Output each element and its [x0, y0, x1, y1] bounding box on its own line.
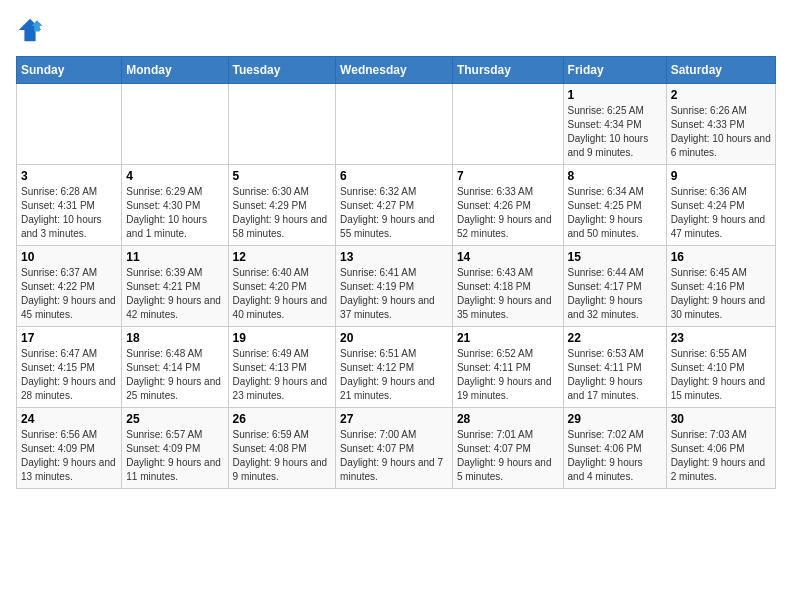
- calendar-cell: 25Sunrise: 6:57 AM Sunset: 4:09 PM Dayli…: [122, 408, 228, 489]
- day-info: Sunrise: 6:37 AM Sunset: 4:22 PM Dayligh…: [21, 266, 117, 322]
- calendar-cell: 14Sunrise: 6:43 AM Sunset: 4:18 PM Dayli…: [452, 246, 563, 327]
- day-info: Sunrise: 7:02 AM Sunset: 4:06 PM Dayligh…: [568, 428, 662, 484]
- day-number: 14: [457, 250, 559, 264]
- calendar-cell: 26Sunrise: 6:59 AM Sunset: 4:08 PM Dayli…: [228, 408, 336, 489]
- day-info: Sunrise: 6:39 AM Sunset: 4:21 PM Dayligh…: [126, 266, 223, 322]
- calendar-cell: 4Sunrise: 6:29 AM Sunset: 4:30 PM Daylig…: [122, 165, 228, 246]
- calendar-table: SundayMondayTuesdayWednesdayThursdayFrid…: [16, 56, 776, 489]
- day-number: 22: [568, 331, 662, 345]
- weekday-header-thursday: Thursday: [452, 57, 563, 84]
- calendar-cell: [336, 84, 453, 165]
- day-number: 18: [126, 331, 223, 345]
- calendar-cell: 3Sunrise: 6:28 AM Sunset: 4:31 PM Daylig…: [17, 165, 122, 246]
- day-number: 24: [21, 412, 117, 426]
- day-info: Sunrise: 6:56 AM Sunset: 4:09 PM Dayligh…: [21, 428, 117, 484]
- calendar-cell: 1Sunrise: 6:25 AM Sunset: 4:34 PM Daylig…: [563, 84, 666, 165]
- day-info: Sunrise: 6:41 AM Sunset: 4:19 PM Dayligh…: [340, 266, 448, 322]
- day-number: 6: [340, 169, 448, 183]
- day-info: Sunrise: 6:51 AM Sunset: 4:12 PM Dayligh…: [340, 347, 448, 403]
- day-number: 12: [233, 250, 332, 264]
- day-info: Sunrise: 6:49 AM Sunset: 4:13 PM Dayligh…: [233, 347, 332, 403]
- day-number: 16: [671, 250, 771, 264]
- calendar-cell: 9Sunrise: 6:36 AM Sunset: 4:24 PM Daylig…: [666, 165, 775, 246]
- calendar-cell: 22Sunrise: 6:53 AM Sunset: 4:11 PM Dayli…: [563, 327, 666, 408]
- day-info: Sunrise: 6:34 AM Sunset: 4:25 PM Dayligh…: [568, 185, 662, 241]
- calendar-cell: 2Sunrise: 6:26 AM Sunset: 4:33 PM Daylig…: [666, 84, 775, 165]
- calendar-cell: [452, 84, 563, 165]
- calendar-cell: 5Sunrise: 6:30 AM Sunset: 4:29 PM Daylig…: [228, 165, 336, 246]
- day-number: 25: [126, 412, 223, 426]
- day-number: 27: [340, 412, 448, 426]
- calendar-cell: 24Sunrise: 6:56 AM Sunset: 4:09 PM Dayli…: [17, 408, 122, 489]
- calendar-cell: 18Sunrise: 6:48 AM Sunset: 4:14 PM Dayli…: [122, 327, 228, 408]
- day-info: Sunrise: 6:28 AM Sunset: 4:31 PM Dayligh…: [21, 185, 117, 241]
- weekday-header-saturday: Saturday: [666, 57, 775, 84]
- weekday-header-sunday: Sunday: [17, 57, 122, 84]
- page-header: [16, 16, 776, 44]
- weekday-header-wednesday: Wednesday: [336, 57, 453, 84]
- weekday-header-tuesday: Tuesday: [228, 57, 336, 84]
- day-number: 3: [21, 169, 117, 183]
- day-number: 19: [233, 331, 332, 345]
- calendar-cell: 30Sunrise: 7:03 AM Sunset: 4:06 PM Dayli…: [666, 408, 775, 489]
- calendar-cell: 12Sunrise: 6:40 AM Sunset: 4:20 PM Dayli…: [228, 246, 336, 327]
- day-info: Sunrise: 6:45 AM Sunset: 4:16 PM Dayligh…: [671, 266, 771, 322]
- calendar-cell: 11Sunrise: 6:39 AM Sunset: 4:21 PM Dayli…: [122, 246, 228, 327]
- day-number: 20: [340, 331, 448, 345]
- day-number: 15: [568, 250, 662, 264]
- day-info: Sunrise: 6:33 AM Sunset: 4:26 PM Dayligh…: [457, 185, 559, 241]
- day-info: Sunrise: 6:53 AM Sunset: 4:11 PM Dayligh…: [568, 347, 662, 403]
- day-number: 17: [21, 331, 117, 345]
- calendar-cell: 15Sunrise: 6:44 AM Sunset: 4:17 PM Dayli…: [563, 246, 666, 327]
- day-number: 2: [671, 88, 771, 102]
- day-number: 9: [671, 169, 771, 183]
- calendar-cell: 27Sunrise: 7:00 AM Sunset: 4:07 PM Dayli…: [336, 408, 453, 489]
- logo: [16, 16, 48, 44]
- calendar-cell: [122, 84, 228, 165]
- day-info: Sunrise: 6:32 AM Sunset: 4:27 PM Dayligh…: [340, 185, 448, 241]
- day-number: 21: [457, 331, 559, 345]
- day-number: 10: [21, 250, 117, 264]
- day-number: 7: [457, 169, 559, 183]
- day-number: 29: [568, 412, 662, 426]
- day-info: Sunrise: 6:52 AM Sunset: 4:11 PM Dayligh…: [457, 347, 559, 403]
- day-info: Sunrise: 6:40 AM Sunset: 4:20 PM Dayligh…: [233, 266, 332, 322]
- day-number: 26: [233, 412, 332, 426]
- day-info: Sunrise: 7:03 AM Sunset: 4:06 PM Dayligh…: [671, 428, 771, 484]
- day-info: Sunrise: 6:30 AM Sunset: 4:29 PM Dayligh…: [233, 185, 332, 241]
- day-info: Sunrise: 6:59 AM Sunset: 4:08 PM Dayligh…: [233, 428, 332, 484]
- day-info: Sunrise: 6:57 AM Sunset: 4:09 PM Dayligh…: [126, 428, 223, 484]
- day-number: 1: [568, 88, 662, 102]
- calendar-cell: 8Sunrise: 6:34 AM Sunset: 4:25 PM Daylig…: [563, 165, 666, 246]
- weekday-header-friday: Friday: [563, 57, 666, 84]
- day-number: 5: [233, 169, 332, 183]
- day-info: Sunrise: 7:00 AM Sunset: 4:07 PM Dayligh…: [340, 428, 448, 484]
- day-number: 8: [568, 169, 662, 183]
- day-info: Sunrise: 6:43 AM Sunset: 4:18 PM Dayligh…: [457, 266, 559, 322]
- calendar-cell: 17Sunrise: 6:47 AM Sunset: 4:15 PM Dayli…: [17, 327, 122, 408]
- day-number: 23: [671, 331, 771, 345]
- calendar-cell: 23Sunrise: 6:55 AM Sunset: 4:10 PM Dayli…: [666, 327, 775, 408]
- weekday-header-monday: Monday: [122, 57, 228, 84]
- day-info: Sunrise: 6:29 AM Sunset: 4:30 PM Dayligh…: [126, 185, 223, 241]
- day-info: Sunrise: 7:01 AM Sunset: 4:07 PM Dayligh…: [457, 428, 559, 484]
- calendar-cell: 29Sunrise: 7:02 AM Sunset: 4:06 PM Dayli…: [563, 408, 666, 489]
- day-number: 28: [457, 412, 559, 426]
- calendar-cell: 16Sunrise: 6:45 AM Sunset: 4:16 PM Dayli…: [666, 246, 775, 327]
- day-info: Sunrise: 6:55 AM Sunset: 4:10 PM Dayligh…: [671, 347, 771, 403]
- calendar-cell: 21Sunrise: 6:52 AM Sunset: 4:11 PM Dayli…: [452, 327, 563, 408]
- calendar-cell: [228, 84, 336, 165]
- calendar-cell: 7Sunrise: 6:33 AM Sunset: 4:26 PM Daylig…: [452, 165, 563, 246]
- calendar-cell: 28Sunrise: 7:01 AM Sunset: 4:07 PM Dayli…: [452, 408, 563, 489]
- day-number: 30: [671, 412, 771, 426]
- calendar-cell: [17, 84, 122, 165]
- calendar-cell: 10Sunrise: 6:37 AM Sunset: 4:22 PM Dayli…: [17, 246, 122, 327]
- day-info: Sunrise: 6:25 AM Sunset: 4:34 PM Dayligh…: [568, 104, 662, 160]
- logo-icon: [16, 16, 44, 44]
- day-info: Sunrise: 6:26 AM Sunset: 4:33 PM Dayligh…: [671, 104, 771, 160]
- day-number: 11: [126, 250, 223, 264]
- day-info: Sunrise: 6:47 AM Sunset: 4:15 PM Dayligh…: [21, 347, 117, 403]
- calendar-cell: 13Sunrise: 6:41 AM Sunset: 4:19 PM Dayli…: [336, 246, 453, 327]
- calendar-cell: 20Sunrise: 6:51 AM Sunset: 4:12 PM Dayli…: [336, 327, 453, 408]
- day-info: Sunrise: 6:44 AM Sunset: 4:17 PM Dayligh…: [568, 266, 662, 322]
